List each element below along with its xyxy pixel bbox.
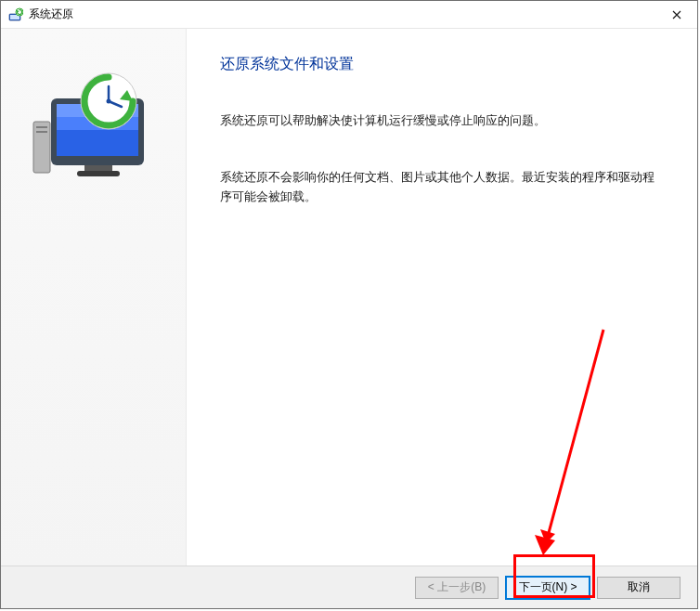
next-button[interactable]: 下一页(N) > xyxy=(506,577,590,599)
side-panel xyxy=(1,29,187,566)
svg-rect-10 xyxy=(84,165,112,171)
footer-bar: < 上一步(B) 下一页(N) > 取消 xyxy=(1,566,697,608)
paragraph-2: 系统还原不会影响你的任何文档、图片或其他个人数据。最近安装的程序和驱动程序可能会… xyxy=(220,168,660,207)
titlebar: 系统还原 xyxy=(1,1,697,29)
window-title: 系统还原 xyxy=(29,6,688,22)
close-button[interactable] xyxy=(655,1,697,28)
back-button: < 上一步(B) xyxy=(415,577,499,599)
content-panel: 还原系统文件和设置 系统还原可以帮助解决使计算机运行缓慢或停止响应的问题。 系统… xyxy=(187,29,697,566)
paragraph-1: 系统还原可以帮助解决使计算机运行缓慢或停止响应的问题。 xyxy=(220,111,660,131)
page-heading: 还原系统文件和设置 xyxy=(220,55,660,74)
svg-rect-11 xyxy=(77,171,120,176)
system-restore-icon xyxy=(8,7,23,22)
svg-rect-3 xyxy=(33,122,50,173)
svg-rect-5 xyxy=(36,131,47,133)
body: 还原系统文件和设置 系统还原可以帮助解决使计算机运行缓慢或停止响应的问题。 系统… xyxy=(1,29,697,566)
restore-illustration-icon xyxy=(29,66,159,196)
cancel-button[interactable]: 取消 xyxy=(597,577,681,599)
svg-rect-4 xyxy=(36,126,47,128)
system-restore-window: 系统还原 xyxy=(0,0,698,609)
